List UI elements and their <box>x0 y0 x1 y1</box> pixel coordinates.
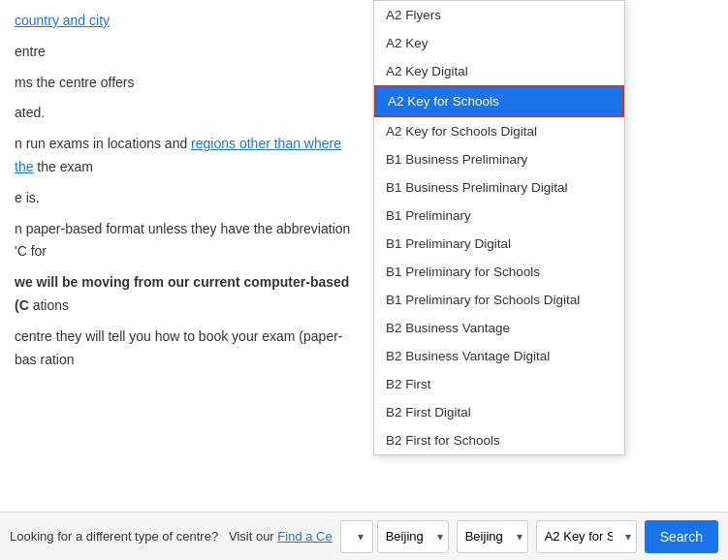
bottom-bar: Looking for a different type of centre? … <box>0 512 728 560</box>
dropdown-item[interactable]: A2 Key for Schools Digital <box>374 117 624 145</box>
dropdown-item[interactable]: B1 Preliminary for Schools <box>374 258 624 286</box>
dropdown-item[interactable]: B1 Preliminary for Schools Digital <box>374 286 624 314</box>
dropdown-item[interactable]: B1 Business Preliminary <box>374 145 624 173</box>
bg-line-5: n run exams in locations and regions oth… <box>15 133 354 179</box>
bg-line-3: ms the centre offers <box>15 72 354 95</box>
bg-text-5a: n run exams in locations and <box>15 136 191 151</box>
city1-select[interactable]: Beijing <box>377 520 449 553</box>
page-content: country and city entre ms the centre off… <box>0 0 728 560</box>
search-button[interactable]: Search <box>645 520 718 553</box>
background-text: country and city entre ms the centre off… <box>0 0 368 389</box>
bg-line-4: ated. <box>15 102 354 125</box>
bg-link-1: country and city <box>15 13 110 28</box>
dropdown-item[interactable]: A2 Key Digital <box>374 57 624 85</box>
looking-text: Looking for a different type of centre? … <box>10 529 332 544</box>
city2-select-wrapper: Beijing <box>457 520 528 553</box>
country-select-wrapper <box>340 520 369 553</box>
dropdown-item[interactable]: B2 First Digital <box>374 398 624 426</box>
dropdown-item[interactable]: B1 Preliminary <box>374 202 624 230</box>
dropdown-item[interactable]: B2 First <box>374 370 624 398</box>
country-select[interactable] <box>340 520 373 553</box>
dropdown-item[interactable]: B2 Business Vantage Digital <box>374 342 624 370</box>
bg-text-7a: n paper-based format unless they have th… <box>15 221 350 260</box>
dropdown-item[interactable]: A2 Key for Schools <box>374 85 624 117</box>
bg-text-9b: ration <box>37 352 75 367</box>
bg-line-1: country and city <box>15 10 354 33</box>
dropdown-item[interactable]: A2 Key <box>374 29 624 57</box>
dropdown-item[interactable]: B1 Preliminary Digital <box>374 230 624 258</box>
city2-select[interactable]: Beijing <box>457 520 528 553</box>
exam-select[interactable]: All exams A2 Flyers A2 Key A2 Key Digita… <box>536 520 637 553</box>
bg-line-2: entre <box>15 41 354 64</box>
dropdown-item[interactable]: B1 Business Preliminary Digital <box>374 173 624 202</box>
bg-line-9: centre they will tell you how to book yo… <box>15 326 354 372</box>
bg-text-8b: ations <box>29 297 69 313</box>
dropdown-item[interactable]: B2 First for Schools <box>374 426 624 454</box>
exam-select-wrapper: All exams A2 Flyers A2 Key A2 Key Digita… <box>536 520 637 553</box>
dropdown-item[interactable]: A2 Flyers <box>374 1 624 29</box>
city1-select-wrapper: Beijing <box>377 520 449 553</box>
bg-line-8: we will be moving from our current compu… <box>15 271 354 318</box>
dropdown-list: A2 FlyersA2 KeyA2 Key DigitalA2 Key for … <box>374 1 624 454</box>
exam-dropdown-overlay: A2 FlyersA2 KeyA2 Key DigitalA2 Key for … <box>373 0 625 455</box>
bg-text-5b: the exam <box>33 159 92 174</box>
bg-line-6: e is. <box>15 187 354 210</box>
bg-line-7: n paper-based format unless they have th… <box>15 218 354 264</box>
find-centre-link[interactable]: Find a Ce <box>277 529 332 544</box>
dropdown-item[interactable]: B2 Business Vantage <box>374 314 624 342</box>
bg-text-7b: for <box>27 243 47 259</box>
